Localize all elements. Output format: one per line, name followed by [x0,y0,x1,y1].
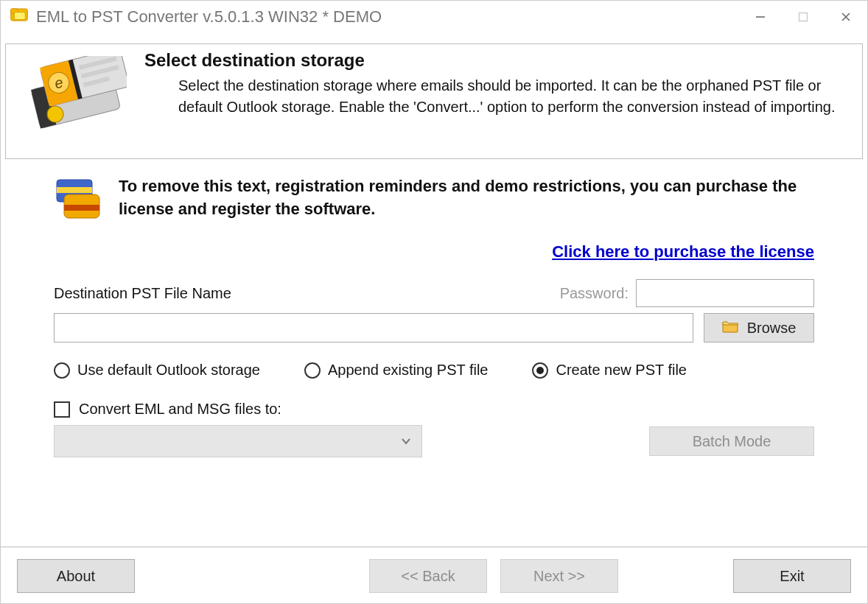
app-window: EML to PST Converter v.5.0.1.3 WIN32 * D… [0,0,868,604]
back-button-label: << Back [401,568,455,585]
password-label: Password: [560,285,629,302]
about-button[interactable]: About [17,559,135,593]
radio-append-existing[interactable]: Append existing PST file [304,362,489,379]
radio-append-existing-label: Append existing PST file [328,362,489,379]
exit-button[interactable]: Exit [733,559,851,593]
convert-target-dropdown [54,425,422,457]
password-input[interactable] [636,279,814,307]
svg-rect-2 [15,13,26,20]
batch-mode-button-label: Batch Mode [693,433,771,450]
destination-path-input[interactable] [54,313,693,343]
demo-nag: To remove this text, registration remind… [54,175,814,226]
browse-button-label: Browse [747,320,797,337]
destination-label: Destination PST File Name [54,285,231,302]
folder-icon [722,320,738,337]
radio-create-new[interactable]: Create new PST file [532,362,687,379]
radio-default-outlook-label: Use default Outlook storage [77,362,260,379]
svg-rect-21 [64,205,99,211]
license-cards-icon [54,175,101,226]
about-button-label: About [57,568,95,585]
radio-default-outlook[interactable]: Use default Outlook storage [54,362,260,379]
wizard-footer: About << Back Next >> Exit [1,547,867,603]
svg-rect-4 [799,13,808,21]
minimize-button[interactable] [739,1,782,33]
destination-storage-icon: e [24,49,127,141]
purchase-license-link[interactable]: Click here to purchase the license [54,242,814,261]
wizard-header: e Select destination storage Select the … [5,43,863,159]
demo-nag-text: To remove this text, registration remind… [119,175,814,221]
exit-button-label: Exit [780,568,804,585]
close-button[interactable] [825,1,867,33]
wizard-title: Select destination storage [144,50,852,71]
browse-button[interactable]: Browse [704,313,814,343]
window-title: EML to PST Converter v.5.0.1.3 WIN32 * D… [36,7,382,27]
titlebar: EML to PST Converter v.5.0.1.3 WIN32 * D… [1,1,867,33]
storage-mode-radios: Use default Outlook storage Append exist… [54,362,814,379]
next-button[interactable]: Next >> [500,559,618,593]
chevron-down-icon [401,433,411,450]
radio-create-new-label: Create new PST file [556,362,687,379]
content-area: To remove this text, registration remind… [1,159,867,547]
app-icon [10,5,29,29]
wizard-description: Select the destination storage where ema… [178,75,852,118]
svg-rect-19 [57,187,92,193]
convert-checkbox[interactable] [54,401,70,418]
client-area: e Select destination storage Select the … [1,33,867,603]
back-button[interactable]: << Back [369,559,487,593]
batch-mode-button[interactable]: Batch Mode [649,426,814,456]
convert-checkbox-label: Convert EML and MSG files to: [79,401,281,418]
maximize-button [782,1,825,33]
next-button-label: Next >> [533,568,585,585]
